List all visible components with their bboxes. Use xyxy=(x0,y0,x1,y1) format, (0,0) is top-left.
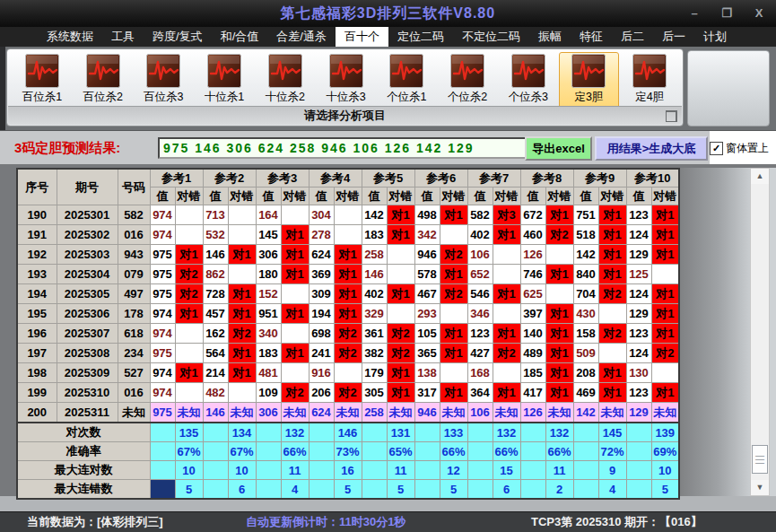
table-cell-mark[interactable]: 对1 xyxy=(387,363,414,383)
summary-value-cell[interactable]: 5 xyxy=(651,480,679,500)
table-cell-mark[interactable]: 对1 xyxy=(440,324,467,344)
table-cell-mark[interactable]: 未知 xyxy=(493,403,520,423)
table-cell-value[interactable]: 713 xyxy=(203,205,228,225)
summary-value-cell[interactable]: 10 xyxy=(175,461,203,480)
cell-seq[interactable]: 199 xyxy=(17,383,57,403)
cell-seq[interactable]: 193 xyxy=(17,265,57,284)
table-cell-value[interactable]: 751 xyxy=(573,205,598,225)
table-cell-value[interactable]: 208 xyxy=(573,363,598,383)
summary-empty-cell[interactable] xyxy=(362,442,387,461)
table-cell-value[interactable]: 975 xyxy=(150,265,175,284)
table-cell-value[interactable]: 123 xyxy=(626,383,651,403)
summary-value-cell[interactable]: 11 xyxy=(387,461,414,480)
summary-empty-cell[interactable] xyxy=(150,442,175,461)
summary-value-cell[interactable]: 5 xyxy=(440,480,467,500)
table-cell-mark[interactable]: 对1 xyxy=(387,225,414,245)
table-cell-mark[interactable]: 对1 xyxy=(545,344,573,363)
table-cell-mark[interactable]: 对1 xyxy=(545,265,573,284)
cell-issue[interactable]: 2025304 xyxy=(57,265,118,284)
summary-empty-cell[interactable] xyxy=(203,480,228,500)
summary-empty-cell[interactable] xyxy=(309,423,334,442)
table-cell-mark[interactable]: 对1 xyxy=(228,344,256,363)
table-cell-mark[interactable]: 对1 xyxy=(387,383,414,403)
table-cell-value[interactable]: 342 xyxy=(414,225,440,245)
summary-empty-cell[interactable] xyxy=(467,461,493,480)
menu-item-10[interactable]: 后二 xyxy=(612,27,653,47)
table-cell-mark[interactable] xyxy=(440,225,467,245)
summary-value-cell[interactable]: 69% xyxy=(651,442,679,461)
tool-button-百位杀1[interactable]: 百位杀1 xyxy=(12,52,73,109)
table-cell-value[interactable]: 364 xyxy=(467,383,493,403)
table-cell-mark[interactable] xyxy=(493,245,520,265)
table-cell-value[interactable]: 146 xyxy=(203,245,228,265)
table-cell-value[interactable]: 698 xyxy=(309,324,334,344)
table-cell-value[interactable]: 105 xyxy=(414,324,440,344)
table-cell-mark[interactable]: 对1 xyxy=(651,304,679,324)
summary-value-cell[interactable]: 4 xyxy=(598,480,626,500)
summary-value-cell[interactable]: 10 xyxy=(228,461,256,480)
table-cell-mark[interactable] xyxy=(440,363,467,383)
table-cell-mark[interactable] xyxy=(598,304,626,324)
table-cell-mark[interactable]: 对1 xyxy=(387,284,414,304)
table-cell-value[interactable]: 138 xyxy=(414,363,440,383)
table-cell-value[interactable]: 578 xyxy=(414,265,440,284)
table-cell-mark[interactable]: 对1 xyxy=(440,383,467,403)
summary-empty-cell[interactable] xyxy=(309,480,334,500)
table-cell-mark[interactable] xyxy=(228,383,256,403)
summary-value-cell[interactable]: 133 xyxy=(440,423,467,442)
summary-empty-cell[interactable] xyxy=(203,442,228,461)
table-cell-value[interactable]: 185 xyxy=(520,363,545,383)
summary-empty-cell[interactable] xyxy=(256,480,281,500)
table-cell-mark[interactable]: 对1 xyxy=(598,383,626,403)
cell-number[interactable]: 079 xyxy=(118,265,150,284)
summary-value-cell[interactable]: 2 xyxy=(545,480,573,500)
table-cell-mark[interactable]: 未知 xyxy=(598,403,626,423)
tool-button-个位杀2[interactable]: 个位杀2 xyxy=(437,52,498,109)
table-cell-mark[interactable]: 对2 xyxy=(334,344,362,363)
table-cell-value[interactable]: 397 xyxy=(520,304,545,324)
summary-empty-cell[interactable] xyxy=(520,461,545,480)
table-cell-value[interactable]: 361 xyxy=(362,324,387,344)
table-cell-mark[interactable] xyxy=(175,324,203,344)
tool-button-十位杀3[interactable]: 十位杀3 xyxy=(316,52,377,109)
scrollbar-thumb[interactable]: ——— xyxy=(752,445,768,474)
cell-issue[interactable]: 2025306 xyxy=(57,304,118,324)
table-cell-mark[interactable] xyxy=(281,324,309,344)
table-cell-mark[interactable]: 对2 xyxy=(334,324,362,344)
summary-value-cell[interactable]: 5 xyxy=(334,480,362,500)
table-cell-value[interactable]: 469 xyxy=(573,383,598,403)
cell-issue[interactable]: 2025301 xyxy=(57,205,118,225)
table-cell-mark[interactable]: 对2 xyxy=(598,324,626,344)
summary-empty-cell[interactable] xyxy=(150,461,175,480)
summary-empty-cell[interactable] xyxy=(203,461,228,480)
table-cell-value[interactable]: 130 xyxy=(626,363,651,383)
summary-value-cell[interactable]: 72% xyxy=(598,442,626,461)
table-cell-mark[interactable]: 未知 xyxy=(228,403,256,423)
cell-seq[interactable]: 195 xyxy=(17,304,57,324)
table-cell-mark[interactable]: 未知 xyxy=(545,403,573,423)
table-cell-value[interactable]: 214 xyxy=(203,363,228,383)
summary-value-cell[interactable]: 67% xyxy=(175,442,203,461)
table-cell-value[interactable]: 241 xyxy=(309,344,334,363)
table-cell-mark[interactable]: 对1 xyxy=(334,265,362,284)
table-cell-mark[interactable]: 对1 xyxy=(651,324,679,344)
table-cell-value[interactable]: 206 xyxy=(309,383,334,403)
summary-value-cell[interactable]: 131 xyxy=(387,423,414,442)
menu-item-7[interactable]: 不定位二码 xyxy=(453,27,529,47)
table-cell-mark[interactable]: 对2 xyxy=(228,324,256,344)
table-cell-value[interactable]: 168 xyxy=(467,363,493,383)
summary-empty-cell[interactable] xyxy=(626,480,651,500)
cell-seq[interactable]: 190 xyxy=(17,205,57,225)
table-cell-value[interactable]: 123 xyxy=(626,205,651,225)
tool-button-十位杀2[interactable]: 十位杀2 xyxy=(255,52,316,109)
table-cell-mark[interactable]: 对2 xyxy=(440,284,467,304)
table-cell-mark[interactable]: 对2 xyxy=(651,344,679,363)
table-cell-value[interactable]: 974 xyxy=(150,225,175,245)
table-cell-value[interactable]: 145 xyxy=(256,225,281,245)
tool-button-十位杀1[interactable]: 十位杀1 xyxy=(194,52,255,109)
table-cell-value[interactable]: 142 xyxy=(573,245,598,265)
summary-value-cell[interactable]: 73% xyxy=(334,442,362,461)
table-cell-value[interactable]: 125 xyxy=(626,265,651,284)
summary-value-cell[interactable]: 5 xyxy=(175,480,203,500)
table-cell-value[interactable]: 306 xyxy=(256,245,281,265)
